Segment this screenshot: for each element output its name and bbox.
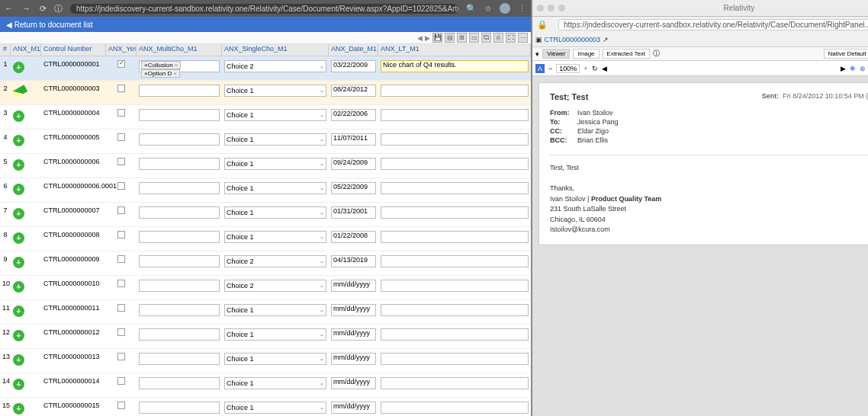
single-cell[interactable]: Choice 1⌄ [222,157,329,171]
tag[interactable]: ×Collusion× [141,61,181,69]
multi-cell[interactable] [137,157,222,171]
row-action[interactable]: + [11,401,41,415]
checkbox-icon[interactable] [117,182,125,190]
date-input[interactable]: mm/dd/yyyy [331,402,376,414]
tool-copy-icon[interactable]: ⿻ [481,33,491,43]
date-cell[interactable]: mm/dd/yyyy [329,328,378,341]
multi-input[interactable] [139,353,220,365]
single-cell[interactable]: Choice 1⌄ [222,181,329,195]
yesno-cell[interactable] [106,401,137,411]
date-input[interactable]: 01/31/2001 [331,206,376,219]
single-cell[interactable]: Choice 1⌄ [222,376,329,390]
row-action[interactable]: + [11,352,41,366]
table-row[interactable]: 13+CTRL0000000013Choice 1⌄mm/dd/yyyy [0,349,531,373]
forward-icon[interactable]: → [22,4,31,14]
header-lt[interactable]: ANX_LT_M1 [378,44,531,56]
lt-cell[interactable] [378,108,531,122]
single-cell[interactable]: Choice 2⌄ [222,254,329,268]
row-action[interactable]: + [11,328,41,342]
single-cell[interactable]: Choice 1⌄ [222,303,329,317]
date-input[interactable]: mm/dd/yyyy [331,328,376,341]
nav-next-icon[interactable]: ▶ [425,34,430,42]
right-address-bar[interactable]: https://jndediscovery-current-sandbox.re… [558,19,868,30]
multi-input[interactable] [139,182,220,194]
add-icon[interactable]: + [13,135,24,146]
lt-cell[interactable]: Nice chart of Q4 results. [378,59,531,73]
search-icon[interactable]: 🔍 [466,4,477,14]
date-cell[interactable]: 04/13/2019 [329,254,378,268]
header-yesno[interactable]: ANX_YesN... [106,44,137,56]
single-select[interactable]: Choice 1⌄ [224,133,326,146]
multi-input[interactable] [139,255,220,267]
row-action[interactable]: + [11,59,41,74]
checkbox-icon[interactable] [117,377,125,385]
lt-cell[interactable] [378,303,531,317]
lt-input[interactable] [381,231,529,243]
date-cell[interactable]: mm/dd/yyyy [329,279,378,293]
lt-input[interactable] [381,377,529,389]
add-icon[interactable]: + [13,232,24,244]
single-select[interactable]: Choice 1⌄ [224,206,326,219]
header-m1[interactable]: ANX_M1_... [11,44,41,56]
menu-icon[interactable]: ⋮ [518,4,526,14]
single-cell[interactable]: Choice 1⌄ [222,84,329,98]
multi-cell[interactable] [137,303,222,317]
checkbox-icon[interactable] [117,206,125,214]
maximize-icon[interactable] [558,5,565,11]
row-action[interactable]: + [11,230,41,245]
yesno-cell[interactable] [106,230,137,241]
lt-cell[interactable] [378,181,531,195]
lt-cell[interactable] [378,157,531,171]
lt-input[interactable] [381,353,529,365]
header-num[interactable]: # [0,44,11,56]
table-row[interactable]: 12+CTRL0000000012Choice 1⌄mm/dd/yyyy [0,325,531,349]
header-multi[interactable]: ANX_MultiCho_M1 [137,44,222,56]
yesno-cell[interactable] [106,108,137,119]
add-icon[interactable]: + [13,403,24,414]
multi-cell[interactable] [137,401,222,414]
add-icon[interactable]: ⓘ [653,49,660,59]
multi-input[interactable] [139,280,220,292]
date-input[interactable]: mm/dd/yyyy [331,353,376,365]
row-action[interactable]: + [11,254,41,269]
multi-cell[interactable] [137,206,222,219]
return-bar[interactable]: ◀ Return to document list [0,17,531,32]
lt-input[interactable] [381,328,529,341]
table-row[interactable]: 7+CTRL0000000007Choice 1⌄01/31/2001 [0,203,531,227]
dropdown-icon[interactable]: ▾ [535,50,539,58]
lt-input[interactable] [381,255,529,267]
reload-icon[interactable]: ⟳ [40,4,47,14]
date-cell[interactable]: mm/dd/yyyy [329,303,378,317]
zoom-level[interactable]: 100% [556,64,580,73]
multi-input[interactable]: ×Collusion××Option D× [139,60,220,72]
table-row[interactable]: 9+CTRL0000000009Choice 2⌄04/13/2019 [0,251,531,276]
multi-input[interactable] [139,304,220,316]
add-icon[interactable]: + [13,281,24,293]
checkbox-icon[interactable] [117,158,125,165]
yesno-cell[interactable] [106,376,137,387]
lt-input[interactable] [381,402,529,414]
lt-input[interactable] [381,206,529,219]
date-cell[interactable]: 01/22/2008 [329,230,378,244]
extracted-tab[interactable]: Extracted Text [603,49,651,59]
row-action[interactable]: + [11,108,41,123]
lock-icon[interactable]: 🔒 [537,20,548,30]
table-row[interactable]: 6+CTRL0000000006.0001Choice 1⌄05/22/2009 [0,178,531,203]
tool2-icon[interactable]: ⊕ [860,65,866,72]
add-icon[interactable]: + [13,306,24,317]
image-tab[interactable]: Image [573,49,599,59]
date-input[interactable]: 05/22/2009 [331,182,376,194]
single-cell[interactable]: Choice 1⌄ [222,230,329,244]
page-next-icon[interactable]: ▶ [841,65,846,72]
table-row[interactable]: 10+CTRL0000000010Choice 2⌄mm/dd/yyyy [0,276,531,300]
tool-save-icon[interactable]: 💾 [432,33,442,43]
date-input[interactable]: 04/13/2019 [331,255,376,267]
checkbox-icon[interactable] [117,85,125,92]
single-cell[interactable]: Choice 2⌄ [222,279,329,293]
multi-cell[interactable] [137,133,222,146]
add-icon[interactable]: + [13,379,24,390]
nav-prev-icon[interactable]: ◀ [417,34,423,42]
lt-input[interactable] [381,109,529,121]
checkbox-icon[interactable] [117,60,125,68]
lt-cell[interactable] [378,376,531,390]
